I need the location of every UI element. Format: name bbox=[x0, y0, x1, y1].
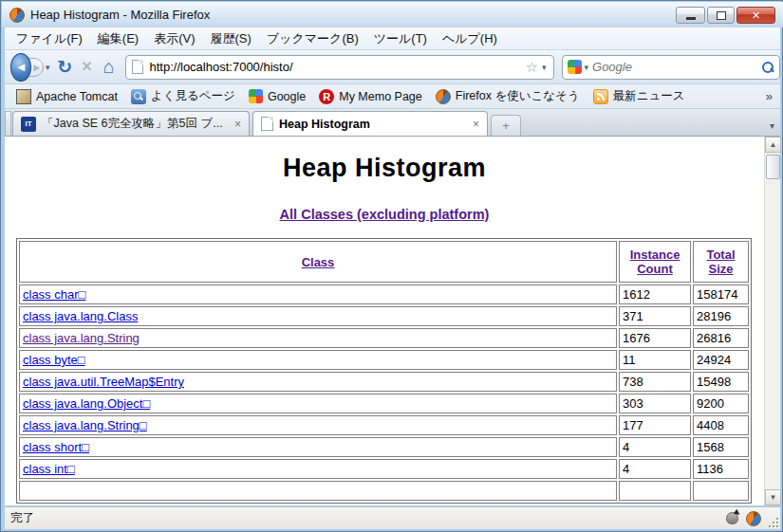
tab-heap-histogram[interactable]: Heap Histogram × bbox=[252, 111, 488, 136]
header-class: Class bbox=[19, 241, 617, 283]
class-link[interactable]: class short□ bbox=[23, 440, 89, 454]
title-bar[interactable]: Heap Histogram - Mozilla Firefox ✕ bbox=[2, 2, 783, 28]
header-instance-count-link[interactable]: Instance Count bbox=[630, 248, 680, 276]
class-link[interactable]: class java.lang.String bbox=[23, 331, 140, 345]
resize-grip[interactable] bbox=[767, 516, 778, 527]
header-total-size-link[interactable]: Total Size bbox=[706, 248, 735, 276]
scroll-down-icon[interactable]: ▼ bbox=[765, 489, 781, 505]
firefox-icon bbox=[436, 89, 451, 104]
bookmark-label: Google bbox=[268, 90, 306, 103]
heap-table-body: class char□1612158174class java.lang.Cla… bbox=[19, 284, 749, 501]
search-bar[interactable]: ▾ bbox=[562, 55, 780, 80]
class-link[interactable]: class int□ bbox=[23, 462, 75, 476]
table-row: class java.lang.Class37128196 bbox=[19, 306, 749, 326]
window-title: Heap Histogram - Mozilla Firefox bbox=[30, 8, 210, 22]
page-favicon-icon bbox=[261, 117, 273, 131]
minimize-icon bbox=[686, 17, 696, 20]
menu-tools[interactable]: ツール(T) bbox=[366, 28, 435, 50]
table-row: class java.lang.String□1774408 bbox=[19, 415, 749, 435]
class-cell: class byte□ bbox=[19, 350, 617, 370]
reload-button[interactable]: ↻ bbox=[57, 56, 73, 79]
menu-view[interactable]: 表示(V) bbox=[146, 28, 202, 50]
class-link[interactable]: class char□ bbox=[23, 287, 85, 302]
class-cell: class java.util.TreeMap$Entry bbox=[19, 372, 617, 392]
vertical-scrollbar[interactable]: ▲ ▼ bbox=[764, 137, 780, 505]
instance-count-cell: 738 bbox=[619, 372, 691, 392]
firefox-status-icon[interactable] bbox=[746, 511, 761, 526]
instance-count-cell: 1676 bbox=[619, 328, 691, 348]
tab-list-dropdown-icon[interactable]: ▾ bbox=[770, 120, 774, 131]
status-text: 完了 bbox=[10, 510, 34, 526]
bookmark-firefox-tips[interactable]: Firefox を使いこなそう bbox=[430, 86, 586, 106]
total-size-cell: 26816 bbox=[693, 328, 749, 348]
bookmark-most-visited[interactable]: よく見るページ bbox=[125, 86, 241, 106]
page-favicon-icon bbox=[132, 60, 143, 74]
all-classes-link[interactable]: All Classes (excluding platform) bbox=[280, 207, 490, 222]
bookmarks-overflow-chevron-icon[interactable]: » bbox=[766, 89, 773, 103]
table-row: class char□1612158174 bbox=[19, 284, 749, 304]
class-link[interactable]: class java.lang.String□ bbox=[23, 418, 147, 432]
search-engine-dropdown-icon[interactable]: ▾ bbox=[584, 63, 588, 72]
minimize-button[interactable] bbox=[676, 7, 705, 24]
total-size-cell: 24924 bbox=[693, 350, 749, 370]
class-cell: class java.lang.Class bbox=[19, 306, 617, 326]
bookmark-apache-tomcat[interactable]: Apache Tomcat bbox=[10, 87, 123, 106]
menu-file[interactable]: ファイル(F) bbox=[9, 28, 90, 50]
address-bar[interactable]: ☆ ▾ bbox=[125, 55, 554, 80]
scrollbar-thumb[interactable] bbox=[766, 155, 780, 179]
bookmark-star-icon[interactable]: ☆ bbox=[526, 59, 538, 76]
tab-close-icon[interactable]: × bbox=[234, 118, 241, 131]
maximize-button[interactable] bbox=[707, 7, 735, 24]
bookmark-latest-news[interactable]: 最新ニュース bbox=[587, 86, 691, 106]
bookmark-label: Firefox を使いこなそう bbox=[456, 88, 580, 104]
history-dropdown-icon[interactable]: ▾ bbox=[46, 63, 50, 72]
class-cell: class java.lang.String□ bbox=[19, 415, 617, 435]
menu-edit[interactable]: 編集(E) bbox=[90, 28, 146, 50]
menu-bookmarks[interactable]: ブックマーク(B) bbox=[259, 28, 366, 50]
total-size-cell: 15498 bbox=[693, 372, 749, 392]
firebug-icon[interactable] bbox=[726, 512, 738, 524]
tab-java-se6[interactable]: IT 「Java SE 6完全攻略」第5回 ブ... × bbox=[12, 111, 250, 136]
class-cell: class char□ bbox=[19, 284, 617, 304]
close-button[interactable]: ✕ bbox=[736, 7, 775, 24]
bookmark-label: My Memo Page bbox=[339, 90, 422, 103]
menu-history[interactable]: 履歴(S) bbox=[203, 28, 259, 50]
bookmarks-toolbar: Apache Tomcat よく見るページ Google R My Memo P… bbox=[5, 84, 780, 109]
class-link[interactable]: class byte□ bbox=[23, 353, 85, 367]
class-cell: class int□ bbox=[19, 459, 617, 479]
bookmark-my-memo-page[interactable]: R My Memo Page bbox=[313, 87, 428, 106]
class-link[interactable]: class java.lang.Object□ bbox=[23, 396, 150, 411]
instance-count-cell: 1612 bbox=[619, 284, 691, 304]
class-link[interactable]: class java.lang.Class bbox=[23, 309, 138, 323]
tab-bar: IT 「Java SE 6完全攻略」第5回 ブ... × Heap Histog… bbox=[5, 109, 780, 137]
stop-button[interactable]: × bbox=[79, 56, 95, 79]
menu-help[interactable]: ヘルプ(H) bbox=[435, 28, 505, 50]
bookmark-google[interactable]: Google bbox=[243, 87, 311, 105]
url-input[interactable] bbox=[149, 60, 523, 74]
new-tab-button[interactable]: + bbox=[491, 115, 521, 136]
home-button[interactable]: ⌂ bbox=[101, 56, 117, 79]
memo-page-icon: R bbox=[319, 89, 334, 104]
header-total-size: Total Size bbox=[693, 241, 749, 283]
google-favicon-icon bbox=[249, 89, 263, 103]
header-class-link[interactable]: Class bbox=[302, 255, 335, 269]
google-logo-icon bbox=[568, 60, 582, 74]
instance-count-cell: 303 bbox=[619, 394, 691, 413]
url-dropdown-icon[interactable]: ▾ bbox=[542, 63, 547, 72]
navigation-toolbar: ◄ ► ▾ ↻ × ⌂ ☆ ▾ ▾ bbox=[5, 50, 780, 84]
maximize-icon bbox=[717, 11, 726, 20]
class-link[interactable]: class java.util.TreeMap$Entry bbox=[23, 375, 184, 389]
search-input[interactable] bbox=[592, 60, 761, 74]
table-row: class short□41568 bbox=[19, 437, 749, 457]
back-button[interactable]: ◄ bbox=[10, 53, 31, 82]
tomcat-icon bbox=[16, 89, 31, 104]
search-icon[interactable] bbox=[761, 61, 774, 74]
instance-count-cell: 4 bbox=[619, 437, 691, 457]
tab-close-icon[interactable]: × bbox=[473, 118, 479, 131]
tab-scroll-edge bbox=[5, 111, 11, 136]
total-size-cell: 1568 bbox=[693, 437, 749, 457]
instance-count-cell: 371 bbox=[619, 306, 691, 326]
total-size-cell: 158174 bbox=[693, 284, 749, 304]
total-size-cell: 9200 bbox=[693, 394, 749, 413]
scroll-up-icon[interactable]: ▲ bbox=[765, 137, 781, 153]
